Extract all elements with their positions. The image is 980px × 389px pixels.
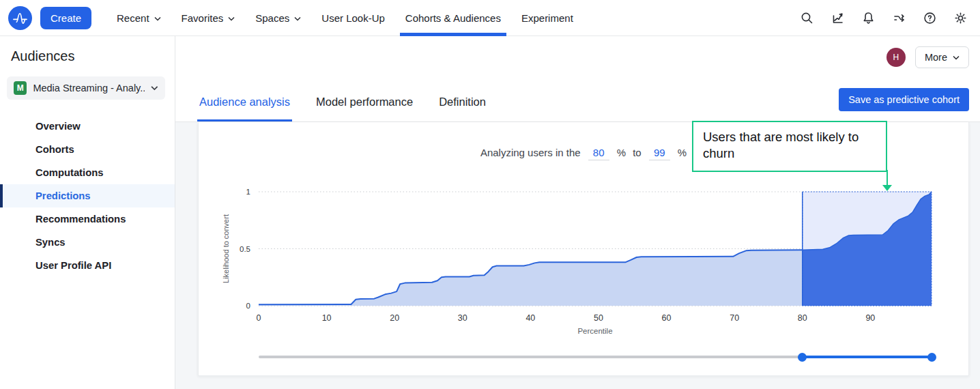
page-title: Audiences (0, 48, 175, 64)
svg-text:30: 30 (458, 313, 467, 323)
svg-text:0: 0 (257, 313, 261, 323)
content-area: Analyzing users in the 80 % to 99 % User… (175, 122, 980, 389)
chevron-down-icon (151, 85, 158, 91)
svg-text:0: 0 (246, 302, 250, 310)
slider-handle-min[interactable] (798, 353, 807, 362)
nav-item-label: Cohorts & Audiences (405, 12, 501, 24)
sidebar-item-syncs[interactable]: Syncs (0, 231, 175, 254)
nav-item-label: Experiment (521, 12, 573, 24)
slider-active-range[interactable] (803, 356, 932, 358)
bell-icon[interactable] (861, 11, 876, 25)
to-word: to (633, 147, 642, 158)
percent-sign: % (617, 147, 626, 158)
save-as-predictive-cohort-button[interactable]: Save as predictive cohort (839, 88, 969, 111)
content-header: H More (175, 36, 980, 78)
likelihood-chart: 00.51Likelihood to convert01020304050607… (215, 182, 955, 341)
amplitude-logo-icon[interactable] (8, 6, 32, 30)
analysis-card: Analyzing users in the 80 % to 99 % User… (198, 122, 969, 376)
svg-text:20: 20 (390, 313, 399, 323)
nav-icon-group (800, 11, 968, 25)
svg-text:Percentile: Percentile (577, 327, 612, 335)
nav-item-spaces[interactable]: Spaces (245, 0, 311, 36)
project-name: Media Streaming - Analy... (33, 83, 145, 93)
nav-item-favorites[interactable]: Favorites (171, 0, 246, 36)
svg-text:1: 1 (246, 188, 250, 196)
chevron-down-icon (953, 55, 960, 60)
tab-definition[interactable]: Definition (437, 96, 487, 121)
main-area: H More Audience analysis Model performan… (175, 36, 980, 389)
sidebar-item-recommendations[interactable]: Recommendations (0, 207, 175, 231)
nav-item-experiment[interactable]: Experiment (511, 0, 583, 36)
slider-handle-max[interactable] (927, 353, 936, 362)
nav-item-cohorts-audiences[interactable]: Cohorts & Audiences (395, 0, 511, 36)
tab-bar: Audience analysis Model performance Defi… (175, 78, 980, 122)
svg-text:10: 10 (322, 313, 332, 323)
svg-text:50: 50 (594, 313, 603, 323)
svg-text:90: 90 (865, 313, 875, 323)
sidebar-item-overview[interactable]: Overview (0, 115, 175, 138)
sidebar-item-user-profile-api[interactable]: User Profile API (0, 254, 175, 277)
chevron-down-icon (228, 16, 235, 21)
nav-item-recent[interactable]: Recent (106, 0, 171, 36)
svg-text:Likelihood to convert: Likelihood to convert (222, 214, 230, 283)
create-button[interactable]: Create (40, 7, 91, 29)
chevron-down-icon (294, 16, 301, 21)
sidebar-item-computations[interactable]: Computations (0, 161, 175, 184)
analyzing-prefix: Analyzing users in the (480, 147, 581, 158)
tab-model-performance[interactable]: Model performance (315, 96, 414, 121)
svg-text:60: 60 (662, 313, 672, 323)
more-button[interactable]: More (915, 46, 969, 68)
nav-item-label: Spaces (255, 12, 289, 24)
shuffle-icon[interactable] (892, 11, 906, 25)
primary-nav: Recent Favorites Spaces User Look-Up Coh… (106, 0, 583, 36)
pulse-chart-icon[interactable] (831, 11, 845, 25)
svg-text:80: 80 (798, 313, 807, 323)
nav-item-user-lookup[interactable]: User Look-Up (311, 0, 395, 36)
top-nav: Create Recent Favorites Spaces User Look… (0, 0, 980, 36)
nav-item-label: User Look-Up (321, 12, 385, 24)
sidebar: Audiences M Media Streaming - Analy... O… (0, 36, 175, 389)
svg-text:40: 40 (525, 313, 535, 323)
gear-icon[interactable] (953, 11, 968, 25)
percentile-from-input[interactable]: 80 (588, 145, 609, 160)
percentile-to-input[interactable]: 99 (649, 145, 670, 160)
nav-item-label: Recent (117, 12, 149, 24)
annotation-arrow-icon (882, 170, 893, 191)
annotation-box: Users that are most likely to churn (692, 121, 887, 172)
sidebar-item-cohorts[interactable]: Cohorts (0, 138, 175, 161)
help-icon[interactable] (923, 11, 937, 25)
more-label: More (925, 52, 947, 63)
project-selector[interactable]: M Media Streaming - Analy... (7, 76, 165, 100)
sidebar-menu: Overview Cohorts Computations Prediction… (0, 115, 175, 277)
percent-sign: % (678, 147, 687, 158)
sidebar-item-predictions[interactable]: Predictions (0, 184, 175, 207)
tab-audience-analysis[interactable]: Audience analysis (198, 96, 291, 121)
percentile-range-slider (259, 352, 932, 362)
project-badge: M (14, 81, 27, 95)
avatar[interactable]: H (887, 48, 906, 67)
svg-text:70: 70 (730, 313, 739, 323)
svg-text:0.5: 0.5 (240, 245, 250, 253)
nav-item-label: Favorites (182, 12, 224, 24)
search-icon[interactable] (800, 11, 814, 25)
chevron-down-icon (154, 16, 161, 21)
